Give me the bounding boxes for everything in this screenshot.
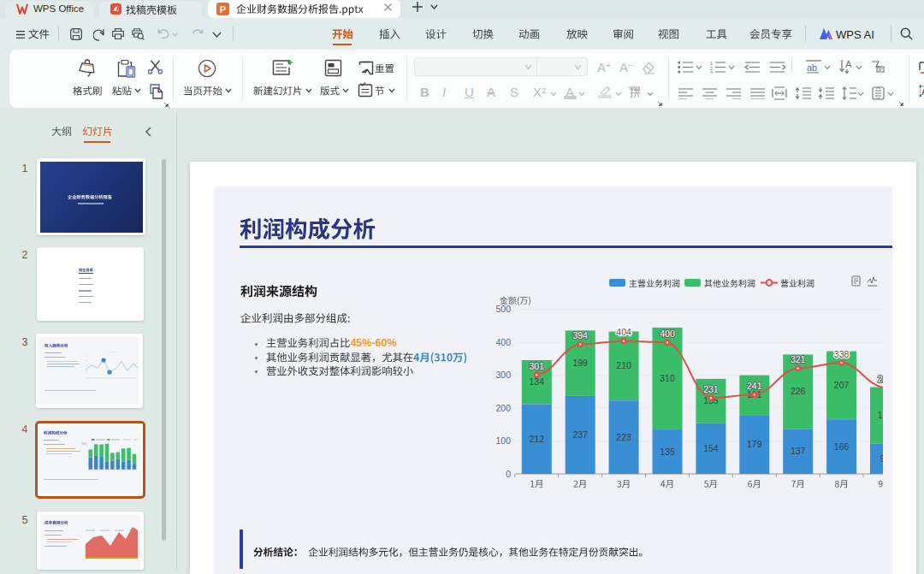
svg-text:500: 500 <box>81 442 86 446</box>
svg-text:92: 92 <box>880 453 885 464</box>
svg-text:200: 200 <box>495 403 511 413</box>
svg-text:237: 237 <box>572 429 588 440</box>
svg-text:301: 301 <box>530 361 545 371</box>
svg-text:231: 231 <box>703 384 719 394</box>
svg-text:241: 241 <box>747 381 762 391</box>
svg-text:310: 310 <box>660 373 675 383</box>
svg-text:207: 207 <box>834 380 850 390</box>
svg-text:404: 404 <box>616 327 631 337</box>
svg-text:172: 172 <box>878 410 885 420</box>
svg-text:100: 100 <box>495 435 511 446</box>
svg-text:A: A <box>845 59 852 69</box>
svg-text:321: 321 <box>791 354 806 364</box>
svg-text:212: 212 <box>530 434 545 444</box>
svg-text:0: 0 <box>506 469 511 479</box>
svg-text:210: 210 <box>616 360 631 370</box>
svg-text:400: 400 <box>660 328 675 339</box>
svg-text:166: 166 <box>834 441 850 452</box>
svg-text:ab: ab <box>807 62 817 73</box>
svg-text:P: P <box>220 4 226 15</box>
svg-text:262: 262 <box>878 374 885 384</box>
svg-text:500: 500 <box>495 304 511 314</box>
svg-text:226: 226 <box>791 386 806 396</box>
svg-text:137: 137 <box>791 446 806 456</box>
svg-text:135: 135 <box>660 447 675 457</box>
svg-text:.. ... ..: .. ... .. <box>109 350 116 353</box>
svg-text:223: 223 <box>616 432 631 442</box>
svg-text:154: 154 <box>703 443 719 453</box>
svg-text:300: 300 <box>495 370 511 380</box>
svg-text:3: 3 <box>710 70 713 74</box>
svg-text:400: 400 <box>495 337 511 347</box>
svg-text:338: 338 <box>834 349 850 359</box>
svg-text:394: 394 <box>572 330 588 340</box>
svg-text:179: 179 <box>747 439 762 449</box>
svg-text:199: 199 <box>572 358 588 368</box>
